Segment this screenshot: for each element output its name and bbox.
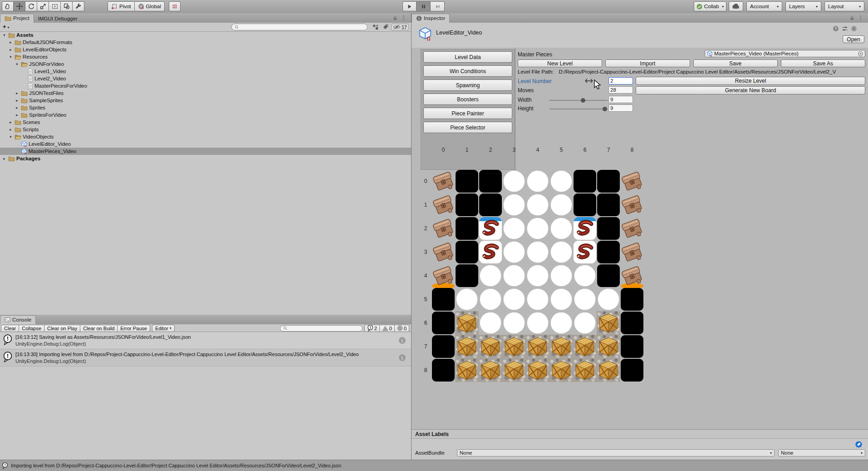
- width-slider[interactable]: [549, 100, 608, 101]
- assetbundle-variant-dropdown[interactable]: None ▾: [778, 449, 865, 456]
- console-button-collapse[interactable]: Collapse: [19, 325, 44, 332]
- board-cell-r4c3-white[interactable]: [502, 264, 526, 288]
- board-cell-r6c0-black[interactable]: [432, 311, 455, 335]
- layers-dropdown[interactable]: Layers ▾: [785, 1, 821, 11]
- expander-icon[interactable]: ▸: [8, 47, 13, 52]
- board-cell-r8c8-black[interactable]: [620, 358, 644, 382]
- search-by-label-icon[interactable]: [383, 24, 389, 30]
- tree-item-Assets[interactable]: ▾Assets: [0, 31, 411, 39]
- board-cell-r4c1-black[interactable]: [455, 264, 479, 288]
- asset-label-tag-icon[interactable]: [855, 441, 862, 448]
- board-cell-r5c8-black[interactable]: [620, 288, 644, 311]
- board-cell-r8c1-crate[interactable]: [455, 358, 479, 382]
- collab-dropdown[interactable]: Collab ▾: [694, 1, 726, 11]
- board-cell-r0c2-black[interactable]: [479, 169, 502, 193]
- tree-item-Packages[interactable]: ▸Packages: [0, 155, 411, 162]
- layout-dropdown[interactable]: Layout ▾: [824, 1, 864, 11]
- tree-item-Scripts[interactable]: ▸Scripts: [0, 126, 411, 133]
- board-cell-r8c0-black[interactable]: [432, 358, 455, 382]
- level-number-input[interactable]: 2: [608, 77, 633, 84]
- board-cell-r3c7-black[interactable]: [597, 240, 620, 264]
- board-cell-r3c1-black[interactable]: [455, 240, 479, 264]
- custom-tool[interactable]: [73, 1, 84, 11]
- expander-icon[interactable]: ▾: [2, 33, 7, 37]
- board-cell-r1c0-chest[interactable]: [432, 193, 455, 217]
- board-cell-r7c4-crate[interactable]: [526, 335, 549, 358]
- tree-item-Scenes[interactable]: ▸Scenes: [0, 119, 411, 126]
- file-button-save[interactable]: Save: [693, 59, 778, 67]
- tab-imgui-debugger[interactable]: IMGUI Debugger: [34, 15, 82, 23]
- resize-level-button[interactable]: Resize Level: [636, 77, 865, 85]
- expander-icon[interactable]: ▸: [15, 98, 20, 103]
- gear-icon[interactable]: [851, 25, 857, 32]
- board-cell-r4c0-chest-orange[interactable]: [432, 264, 455, 288]
- pause-button[interactable]: [417, 1, 431, 11]
- console-search-input[interactable]: [280, 325, 363, 332]
- object-picker-icon[interactable]: [858, 51, 863, 57]
- board-cell-r2c2-snake-blue[interactable]: [479, 217, 502, 240]
- board-cell-r2c3-white[interactable]: [502, 217, 526, 240]
- console-warning-count[interactable]: ! 0: [380, 325, 395, 332]
- board-cell-r4c4-white[interactable]: [526, 264, 549, 288]
- section-button-spawning[interactable]: Spawning: [423, 79, 512, 91]
- play-button[interactable]: [402, 1, 417, 11]
- board-cell-r1c2-black[interactable]: [479, 193, 502, 217]
- generate-new-board-button[interactable]: Generate New Board: [636, 86, 865, 94]
- board-cell-r2c0-chest[interactable]: [432, 217, 455, 240]
- hand-tool[interactable]: [2, 1, 14, 11]
- board-cell-r7c5-crate[interactable]: [549, 335, 573, 358]
- expander-icon[interactable]: ▸: [2, 156, 7, 161]
- rect-tool[interactable]: [49, 1, 61, 11]
- level-number-label[interactable]: Level Number: [518, 78, 552, 84]
- moves-input[interactable]: 28: [608, 86, 633, 94]
- tree-item-LevelEditor_Video[interactable]: {}LevelEditor_Video: [0, 140, 411, 148]
- expander-icon[interactable]: ▾: [8, 134, 13, 139]
- board-cell-r7c0-black[interactable]: [432, 335, 455, 358]
- console-button-clear-on-play[interactable]: Clear on Play: [44, 325, 80, 332]
- board-cell-r6c2-white[interactable]: [479, 311, 502, 335]
- expander-icon[interactable]: ▾: [8, 55, 13, 59]
- expander-icon[interactable]: ▸: [8, 120, 13, 124]
- board-cell-r6c8-black[interactable]: [620, 311, 644, 335]
- console-button-error-pause[interactable]: Error Pause: [118, 325, 150, 332]
- tab-console[interactable]: Console: [0, 315, 36, 324]
- transform-tool[interactable]: [61, 1, 73, 11]
- help-icon[interactable]: ?: [833, 25, 839, 32]
- expander-icon[interactable]: ▸: [8, 127, 13, 132]
- scale-tool[interactable]: [37, 1, 49, 11]
- board-cell-r5c3-white[interactable]: [502, 288, 526, 311]
- section-button-piece-painter[interactable]: Piece Painter: [423, 108, 512, 119]
- board-cell-r3c0-chest[interactable]: [432, 240, 455, 264]
- panel-menu-icon[interactable]: ⋮: [401, 15, 407, 21]
- rotate-tool[interactable]: [25, 1, 37, 11]
- board-cell-r0c3-white[interactable]: [502, 169, 526, 193]
- section-button-level-data[interactable]: Level Data: [423, 51, 512, 63]
- board-cell-r4c5-white[interactable]: [549, 264, 573, 288]
- board-cell-r1c4-white[interactable]: [526, 193, 549, 217]
- console-error-count[interactable]: ! 0: [395, 325, 409, 332]
- tree-item-SampleSprites[interactable]: ▸SampleSprites: [0, 97, 411, 104]
- file-button-save-as[interactable]: Save As: [781, 59, 865, 67]
- board-cell-r7c8-black[interactable]: [620, 335, 644, 358]
- board-cell-r6c7-crate[interactable]: [597, 311, 620, 335]
- tree-item-LevelEditorObjects[interactable]: ▸LevelEditorObjects: [0, 46, 411, 53]
- board-cell-r7c1-crate[interactable]: [455, 335, 479, 358]
- tree-item-JSONForVideo[interactable]: ▾JSONForVideo: [0, 60, 411, 68]
- board-cell-r5c0-black[interactable]: [432, 288, 455, 311]
- board-cell-r3c8-chest[interactable]: [620, 240, 644, 264]
- height-slider[interactable]: [549, 109, 608, 109]
- tree-item-MasterPiecesForVideo[interactable]: MasterPiecesForVideo: [0, 82, 411, 89]
- board-cell-r4c2-white[interactable]: [479, 264, 502, 288]
- board-cell-r5c7-white[interactable]: [597, 288, 620, 311]
- board-cell-r6c5-white[interactable]: [549, 311, 573, 335]
- board-cell-r8c4-crate[interactable]: [526, 358, 549, 382]
- height-input[interactable]: 9: [608, 104, 633, 112]
- tree-item-Level2_Video[interactable]: Level2_Video: [0, 75, 411, 82]
- board-cell-r8c7-crate[interactable]: [597, 358, 620, 382]
- expander-icon[interactable]: ▾: [15, 62, 20, 66]
- board-cell-r6c1-crate[interactable]: [455, 311, 479, 335]
- board-cell-r2c1-black[interactable]: [455, 217, 479, 240]
- board-cell-r1c8-chest[interactable]: [620, 193, 644, 217]
- tab-project[interactable]: Project: [0, 14, 34, 23]
- tree-item-Resources[interactable]: ▾Resources: [0, 53, 411, 60]
